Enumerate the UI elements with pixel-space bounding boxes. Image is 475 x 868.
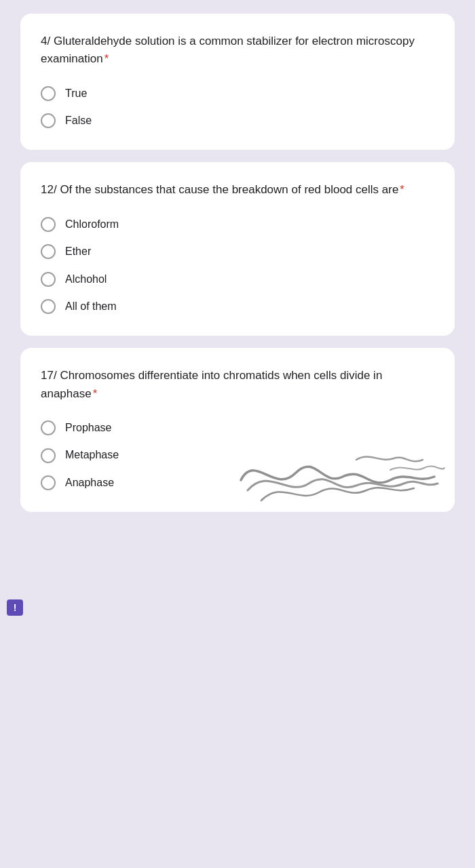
- radio-q12-all[interactable]: [41, 299, 56, 314]
- option-label-q4-true: True: [65, 86, 87, 101]
- radio-q12-chloroform[interactable]: [41, 217, 56, 232]
- question-12-card: 12/ Of the substances that cause the bre…: [20, 162, 455, 336]
- question-17-card: 17/ Chromosomes differentiate into chrom…: [20, 348, 455, 512]
- required-star-q4: *: [104, 52, 109, 65]
- option-label-q12-alchohol: Alchohol: [65, 272, 107, 287]
- signature-scribble: [234, 439, 444, 514]
- option-q12-alchohol[interactable]: Alchohol: [41, 272, 434, 287]
- alert-icon-container[interactable]: !: [5, 598, 24, 617]
- radio-q12-alchohol[interactable]: [41, 272, 56, 287]
- option-q4-true[interactable]: True: [41, 86, 434, 101]
- option-q12-chloroform[interactable]: Chloroform: [41, 217, 434, 232]
- required-star-q12: *: [400, 183, 404, 196]
- radio-q4-true[interactable]: [41, 86, 56, 101]
- radio-q17-prophase[interactable]: [41, 420, 56, 435]
- option-label-q17-prophase: Prophase: [65, 420, 112, 435]
- question-12-text: 12/ Of the substances that cause the bre…: [41, 181, 434, 199]
- option-label-q12-chloroform: Chloroform: [65, 217, 119, 232]
- option-label-q12-all: All of them: [65, 299, 117, 314]
- radio-q17-anaphase[interactable]: [41, 475, 56, 490]
- question-17-options: Prophase Metaphase Anaphase: [41, 420, 434, 490]
- question-4-options: True False: [41, 86, 434, 129]
- option-label-q12-ether: Ether: [65, 244, 91, 259]
- option-q4-false[interactable]: False: [41, 113, 434, 128]
- question-4-text: 4/ Gluteraldehyde solution is a common s…: [41, 33, 434, 68]
- radio-q4-false[interactable]: [41, 113, 56, 128]
- option-label-q17-metaphase: Metaphase: [65, 448, 119, 462]
- required-star-q17: *: [93, 387, 98, 400]
- option-label-q17-anaphase: Anaphase: [65, 475, 114, 490]
- option-label-q4-false: False: [65, 113, 92, 128]
- option-q12-all[interactable]: All of them: [41, 299, 434, 314]
- question-17-text: 17/ Chromosomes differentiate into chrom…: [41, 367, 434, 403]
- option-q12-ether[interactable]: Ether: [41, 244, 434, 259]
- question-12-options: Chloroform Ether Alchohol All of them: [41, 217, 434, 315]
- alert-icon[interactable]: !: [7, 599, 23, 616]
- option-q17-anaphase[interactable]: Anaphase: [41, 475, 434, 490]
- radio-q17-metaphase[interactable]: [41, 448, 56, 463]
- option-q17-prophase[interactable]: Prophase: [41, 420, 434, 435]
- question-4-card: 4/ Gluteraldehyde solution is a common s…: [20, 14, 455, 150]
- radio-q12-ether[interactable]: [41, 244, 56, 259]
